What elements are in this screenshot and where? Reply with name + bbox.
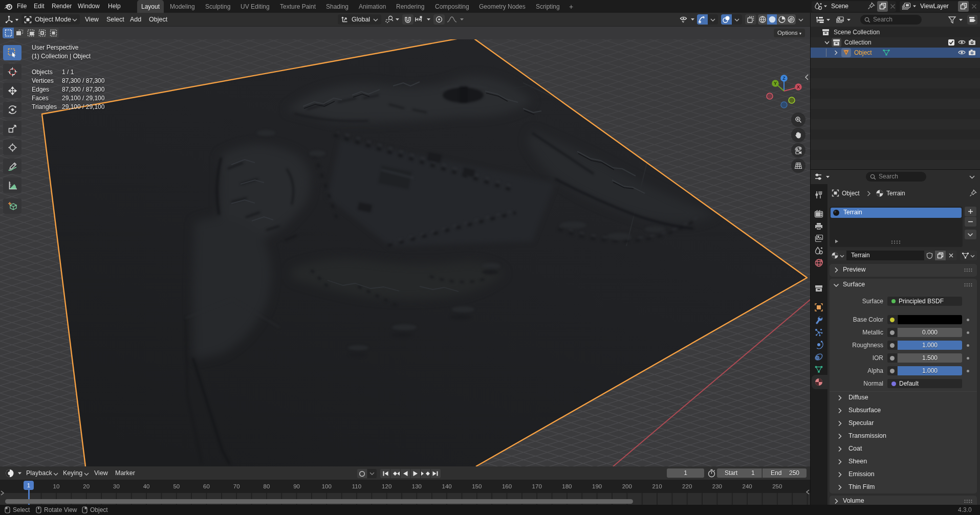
svg-text:Y: Y <box>774 81 777 86</box>
svg-text:210: 210 <box>652 483 662 489</box>
svg-text:30: 30 <box>113 483 120 489</box>
svg-text:40: 40 <box>143 483 150 489</box>
svg-text:20: 20 <box>83 483 90 489</box>
svg-text:100: 100 <box>322 483 332 489</box>
svg-text:150: 150 <box>472 483 482 489</box>
svg-text:90: 90 <box>293 483 300 489</box>
svg-text:120: 120 <box>382 483 391 489</box>
svg-text:220: 220 <box>682 483 692 489</box>
svg-text:140: 140 <box>442 483 452 489</box>
svg-text:80: 80 <box>264 483 270 489</box>
svg-text:160: 160 <box>502 483 512 489</box>
svg-text:190: 190 <box>592 483 602 489</box>
svg-text:250: 250 <box>772 483 782 489</box>
svg-text:Z: Z <box>782 76 786 81</box>
svg-text:230: 230 <box>712 483 722 489</box>
svg-text:200: 200 <box>622 483 632 489</box>
svg-text:170: 170 <box>532 483 542 489</box>
svg-text:130: 130 <box>412 483 422 489</box>
svg-text:240: 240 <box>743 483 752 489</box>
svg-text:70: 70 <box>233 483 240 489</box>
svg-text:180: 180 <box>562 483 572 489</box>
svg-text:60: 60 <box>203 483 210 489</box>
svg-text:X: X <box>797 84 800 89</box>
svg-text:50: 50 <box>173 483 180 489</box>
svg-text:110: 110 <box>352 483 361 489</box>
svg-text:10: 10 <box>53 483 60 489</box>
